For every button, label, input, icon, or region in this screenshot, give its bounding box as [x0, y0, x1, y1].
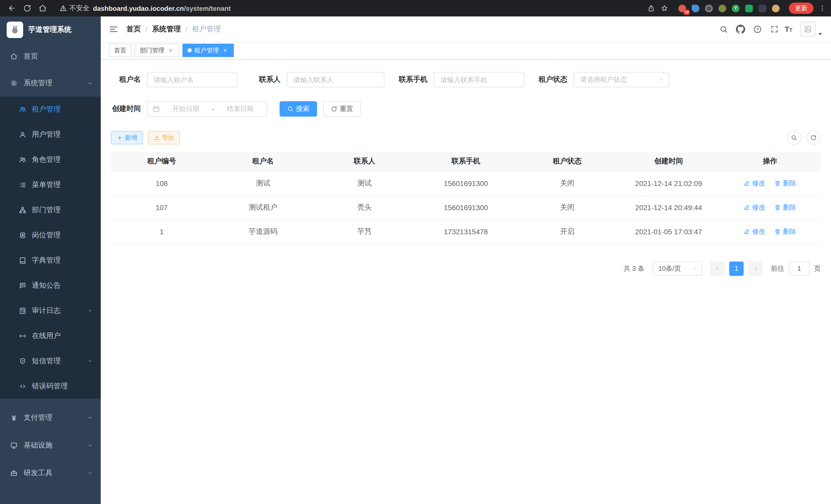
- breadcrumb-item[interactable]: 系统管理: [152, 24, 181, 34]
- tab-tenant[interactable]: 租户管理 ×: [182, 44, 234, 57]
- breadcrumb-item[interactable]: 首页: [126, 24, 141, 34]
- sidebar-item-post[interactable]: 岗位管理: [0, 223, 101, 248]
- edit-button[interactable]: 修改: [744, 227, 766, 236]
- sidebar-item-payment[interactable]: ¥ 支付管理: [0, 404, 101, 432]
- bookmark-star-icon[interactable]: [661, 5, 668, 12]
- cell-phone: 17321315478: [415, 219, 517, 243]
- refresh-table-button[interactable]: [806, 130, 821, 145]
- sidebar-item-error-code[interactable]: 错误码管理: [0, 374, 101, 399]
- tenant-name-input[interactable]: [147, 72, 237, 87]
- sidebar-item-tenant[interactable]: 租户管理: [0, 97, 101, 122]
- add-button[interactable]: 新增: [111, 131, 143, 144]
- sidebar-item-audit-log[interactable]: 审计日志: [0, 298, 101, 323]
- status-select[interactable]: 请选择租户状态: [574, 72, 669, 87]
- sidebar-item-dept[interactable]: 部门管理: [0, 197, 101, 223]
- fullscreen-icon[interactable]: [768, 22, 781, 36]
- extension-icon[interactable]: [772, 4, 780, 12]
- sidebar-item-home[interactable]: 首页: [0, 43, 101, 70]
- sidebar-item-infra[interactable]: 基础设施: [0, 432, 101, 459]
- edit-button[interactable]: 修改: [744, 203, 766, 212]
- svg-text:?: ?: [756, 27, 759, 31]
- date-range-picker[interactable]: 开始日期 - 结束日期: [147, 101, 267, 117]
- header-search-icon[interactable]: [717, 22, 730, 36]
- filter-row-2: 创建时间 开始日期 - 结束日期 搜索 重置: [111, 101, 821, 117]
- rabbit-logo-icon: [10, 25, 20, 34]
- page-number-1[interactable]: 1: [729, 261, 744, 276]
- breadcrumb-separator: /: [185, 25, 188, 33]
- delete-button[interactable]: 删除: [775, 179, 796, 188]
- security-warning[interactable]: 不安全: [60, 4, 89, 13]
- cell-tenant-name: 测试租户: [212, 195, 314, 219]
- sidebar-item-devtools[interactable]: 研发工具: [0, 459, 101, 487]
- extension-icon[interactable]: 10: [678, 4, 686, 12]
- contact-input[interactable]: [287, 72, 384, 87]
- log-edit-icon: [19, 307, 26, 314]
- reset-button[interactable]: 重置: [323, 101, 361, 117]
- next-page-button[interactable]: [748, 261, 763, 276]
- extension-icon[interactable]: [705, 4, 713, 12]
- sidebar-item-online-user[interactable]: 在线用户: [0, 323, 101, 348]
- menu-list-icon: [19, 181, 26, 188]
- extension-icon[interactable]: [758, 4, 766, 12]
- font-size-icon[interactable]: TT: [784, 25, 793, 33]
- browser-back-icon[interactable]: [5, 2, 19, 14]
- user-icon: [19, 131, 26, 138]
- trash-icon: [775, 204, 781, 210]
- date-separator: -: [212, 105, 214, 113]
- extension-icon[interactable]: Y: [732, 4, 740, 12]
- close-icon[interactable]: ×: [222, 47, 229, 54]
- filter-phone: 联系手机: [398, 72, 524, 87]
- tab-dept[interactable]: 部门管理 ×: [135, 44, 179, 57]
- tenant-table: 租户编号 租户名 联系人 联系手机 租户状态 创建时间 操作 108 测试: [111, 152, 821, 244]
- active-tab-dot: [188, 48, 192, 52]
- close-icon[interactable]: ×: [167, 47, 174, 54]
- prev-page-button[interactable]: [710, 261, 725, 276]
- extension-icon[interactable]: [745, 4, 753, 12]
- edit-button[interactable]: 修改: [744, 179, 766, 188]
- book-icon: [19, 257, 26, 264]
- help-icon[interactable]: ?: [751, 22, 764, 36]
- sidebar-item-label: 字典管理: [32, 256, 61, 265]
- extension-icon[interactable]: [692, 4, 699, 12]
- screenshot-root: 不安全 dashboard.yudao.iocoder.cn/system/te…: [0, 0, 831, 504]
- sidebar-item-user[interactable]: 用户管理: [0, 122, 101, 147]
- shield-icon: [19, 357, 26, 364]
- cell-operations: 修改删除: [719, 195, 821, 219]
- sidebar-item-sms[interactable]: 短信管理: [0, 348, 101, 374]
- cell-contact: 秃头: [314, 195, 415, 219]
- sidebar-collapse-icon[interactable]: [109, 24, 118, 34]
- cell-operations: 修改删除: [719, 171, 821, 195]
- phone-input[interactable]: [434, 72, 524, 87]
- toolbox-icon: [10, 470, 18, 477]
- sidebar-item-notice[interactable]: 通知公告: [0, 273, 101, 298]
- extension-icon[interactable]: [718, 4, 726, 12]
- toggle-search-button[interactable]: [787, 130, 801, 145]
- browser-home-icon[interactable]: [36, 2, 49, 14]
- sidebar-item-menu[interactable]: 菜单管理: [0, 172, 101, 197]
- navbar-actions: ? TT: [717, 21, 823, 37]
- tab-home[interactable]: 首页: [109, 44, 132, 57]
- browser-menu-icon[interactable]: [819, 5, 826, 12]
- chevron-down-icon: [87, 471, 92, 476]
- sidebar-item-dict[interactable]: 字典管理: [0, 248, 101, 273]
- broken-image-icon: [804, 25, 811, 33]
- delete-button[interactable]: 删除: [775, 227, 796, 236]
- logo[interactable]: 芋道管理系统: [0, 17, 101, 43]
- address-bar[interactable]: 不安全 dashboard.yudao.iocoder.cn/system/te…: [51, 4, 641, 13]
- search-button[interactable]: 搜索: [280, 101, 317, 117]
- github-icon[interactable]: [734, 22, 747, 36]
- users-icon: [19, 106, 26, 113]
- browser-update-button[interactable]: 更新: [789, 3, 813, 14]
- goto-page-input[interactable]: [789, 261, 809, 276]
- export-button[interactable]: 导出: [148, 131, 180, 144]
- sidebar-item-role[interactable]: 角色管理: [0, 147, 101, 172]
- share-icon[interactable]: [648, 5, 655, 12]
- browser-reload-icon[interactable]: [21, 2, 34, 14]
- create-time-label: 创建时间: [111, 104, 141, 114]
- user-menu[interactable]: [800, 21, 823, 37]
- warning-triangle-icon: [60, 5, 67, 12]
- delete-button[interactable]: 删除: [775, 203, 796, 212]
- page-size-select[interactable]: 10条/页: [653, 261, 702, 276]
- chevron-down-icon: [87, 308, 92, 313]
- sidebar-item-system[interactable]: 系统管理: [0, 70, 101, 97]
